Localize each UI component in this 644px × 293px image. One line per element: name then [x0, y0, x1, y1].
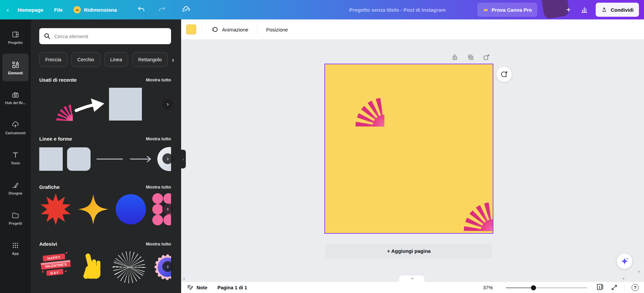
shapes-next-button[interactable]: ›: [162, 153, 173, 164]
document-title[interactable]: Progetto senza titolo - Post di Instagra…: [349, 7, 446, 13]
zoom-slider[interactable]: [506, 285, 587, 290]
design-page[interactable]: [324, 64, 493, 234]
show-all-link[interactable]: Mostra tutto: [146, 185, 171, 190]
sidebar-item-design[interactable]: Progetto: [2, 23, 29, 51]
sidebar-item-elements[interactable]: Elementi: [2, 54, 29, 81]
sidebar-label: Disegna: [9, 191, 22, 195]
redo-button[interactable]: [155, 0, 169, 19]
file-menu-button[interactable]: File: [49, 0, 68, 19]
insights-button[interactable]: [579, 0, 590, 19]
graphics-next-button[interactable]: ›: [162, 204, 173, 214]
duplicate-page-icon[interactable]: [467, 54, 474, 61]
try-pro-button[interactable]: Prova Canva Pro: [477, 3, 537, 17]
assistant-button[interactable]: [617, 253, 632, 269]
file-label: File: [54, 7, 63, 13]
square-thumbnail[interactable]: [109, 88, 142, 121]
sidebar-item-draw[interactable]: Disegna: [2, 174, 29, 202]
grid-view-button[interactable]: 1: [596, 283, 604, 292]
chips-next-icon[interactable]: ›: [172, 56, 174, 64]
chip-rettangolo[interactable]: Rettangolo: [132, 52, 168, 67]
fullscreen-icon[interactable]: [611, 284, 618, 291]
homepage-button[interactable]: Homepage: [12, 0, 49, 19]
resize-button[interactable]: Ridimensiona: [68, 0, 122, 19]
pages-drawer-tab[interactable]: ›: [399, 275, 425, 282]
chip-freccia[interactable]: Freccia: [39, 52, 67, 67]
sidebar-label: Hub del Br...: [5, 101, 25, 105]
line-shape[interactable]: [95, 147, 124, 171]
redo-icon: [158, 5, 166, 14]
text-icon: [11, 151, 19, 159]
page-count-badge: 1: [597, 286, 602, 289]
vscroll-down-icon[interactable]: ▾: [638, 270, 640, 274]
sidebar-label: Testo: [11, 161, 20, 165]
notes-button[interactable]: Note: [186, 284, 207, 291]
sidebar-label: Progetto: [8, 41, 22, 45]
page-actions: [451, 54, 490, 61]
position-button[interactable]: Posizione: [263, 27, 291, 32]
magic-sparkle-icon: [620, 257, 629, 266]
show-all-link[interactable]: Mostra tutto: [146, 241, 171, 246]
svg-text:co.: co.: [14, 95, 16, 96]
starburst-element-top-left[interactable]: [325, 68, 384, 127]
template-icon: [11, 30, 19, 39]
page-indicator[interactable]: Pagina 1 di 1: [217, 285, 247, 290]
square-shape[interactable]: [39, 147, 63, 171]
sidebar-item-uploads[interactable]: Caricamenti: [2, 114, 29, 142]
sidebar-item-text[interactable]: Testo: [2, 144, 29, 172]
notes-icon: [186, 284, 194, 291]
share-export-icon: [601, 7, 607, 13]
hand-sticker[interactable]: [77, 251, 108, 284]
section-title: Adesivi: [39, 241, 57, 247]
lock-icon[interactable]: [451, 54, 459, 61]
arrow-sketch-thumbnail[interactable]: [74, 92, 108, 116]
animate-button[interactable]: Animazione: [207, 25, 252, 33]
hscroll-left-icon[interactable]: ◂: [183, 277, 185, 280]
starburst-thumbnail[interactable]: [39, 87, 73, 121]
fill-color-swatch[interactable]: [186, 24, 196, 34]
share-button[interactable]: Condividi: [596, 3, 639, 17]
shapes-icon: [11, 60, 20, 69]
starburst-element-bottom-right[interactable]: [434, 172, 493, 231]
undo-button[interactable]: [134, 0, 149, 19]
sparkle-graphic[interactable]: [77, 193, 110, 226]
show-all-link[interactable]: Mostra tutto: [146, 136, 171, 141]
side-rail: Progetto Elementi co. Hub del Br...: [0, 19, 31, 293]
stickers-next-button[interactable]: ›: [162, 261, 173, 272]
recent-next-button[interactable]: ›: [162, 99, 173, 109]
sidebar-item-apps[interactable]: App: [2, 234, 29, 262]
show-all-link[interactable]: Mostra tutto: [146, 77, 171, 82]
back-chevron-icon: ‹: [7, 6, 9, 14]
add-page-button[interactable]: + Aggiungi pagina: [325, 243, 492, 258]
hscroll-right-icon[interactable]: ▸: [623, 277, 625, 280]
chip-linea[interactable]: Linea: [104, 52, 128, 67]
valentine-sticker[interactable]: HAPPY VALENTINE'S DAY: [39, 252, 73, 282]
arrow-line-shape[interactable]: [129, 147, 153, 171]
add-page-icon[interactable]: [483, 54, 490, 61]
blue-circle-graphic[interactable]: [114, 193, 147, 226]
add-comment-button[interactable]: [496, 67, 512, 82]
rounded-square-shape[interactable]: [67, 147, 91, 171]
rays-sticker[interactable]: [112, 250, 146, 284]
crown-icon: [73, 6, 81, 13]
add-button[interactable]: +: [564, 0, 574, 19]
section-graphics: Grafiche Mostra tutto: [39, 184, 171, 190]
sidebar-item-brand-hub[interactable]: co. Hub del Br...: [2, 84, 29, 112]
search-box[interactable]: [39, 28, 171, 44]
panel-collapse-handle[interactable]: ‹: [181, 150, 186, 168]
zoom-slider-fill: [506, 287, 533, 288]
sidebar-item-projects[interactable]: Progetti: [2, 204, 29, 232]
section-title: Linee e forme: [39, 136, 72, 142]
back-button[interactable]: ‹: [3, 0, 12, 19]
section-title: Usati di recente: [39, 77, 77, 83]
chip-cerchio[interactable]: Cerchio: [71, 52, 100, 67]
help-button[interactable]: ?: [632, 284, 639, 291]
zoom-slider-thumb[interactable]: [531, 285, 536, 290]
add-page-label: + Aggiungi pagina: [387, 248, 431, 254]
sidebar-label: Elementi: [8, 71, 23, 75]
resize-label: Ridimensiona: [84, 7, 117, 13]
save-status-button[interactable]: [179, 0, 194, 19]
undo-icon: [137, 5, 146, 14]
red-starburst-graphic[interactable]: [39, 193, 72, 226]
graphics-thumbnails: [39, 193, 171, 226]
search-input[interactable]: [54, 33, 167, 39]
